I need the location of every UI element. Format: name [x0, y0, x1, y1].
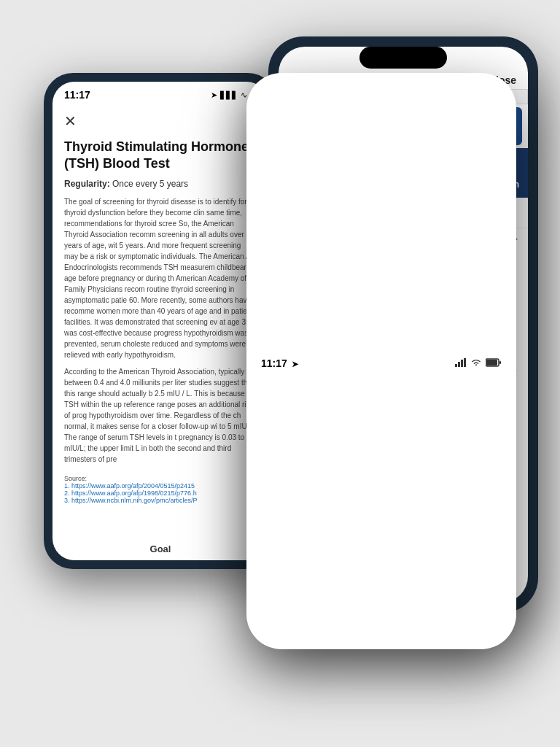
back-status-bar: 11:17 ➤ ▋▋▋ ∿ ▭ — [52, 82, 268, 104]
back-regularity: Regularity: Once every 5 years — [64, 179, 257, 189]
phone-front-screen: 11:17 ➤ — [279, 47, 528, 603]
back-body-paragraph-2: According to the American Thyroid Associ… — [64, 366, 257, 465]
back-sources: Source: 1. https://www.aafp.org/afp/2004… — [64, 475, 257, 504]
svg-rect-5 — [486, 360, 497, 365]
front-wifi-icon — [470, 358, 482, 369]
back-article-title: Thyroid Stimulating Hormone (TSH) Blood … — [64, 139, 257, 173]
back-signal-icon: ▋▋▋ — [220, 91, 238, 99]
back-goal-section: Goal — [52, 543, 268, 554]
back-body-paragraph-1: The goal of screening for thyroid diseas… — [64, 196, 257, 360]
back-close-button[interactable]: ✕ — [64, 112, 257, 130]
front-status-bar: 11:17 ➤ — [279, 73, 516, 603]
svg-rect-0 — [455, 364, 457, 367]
back-wifi-icon: ∿ — [241, 90, 247, 100]
phone-back-screen: 11:17 ➤ ▋▋▋ ∿ ▭ ✕ Thyroid Stimulating Ho… — [52, 82, 268, 560]
front-location-icon: ➤ — [292, 360, 298, 368]
front-time: 11:17 ➤ — [279, 357, 298, 369]
front-battery-icon — [486, 358, 502, 368]
phone-back: 11:17 ➤ ▋▋▋ ∿ ▭ ✕ Thyroid Stimulating Ho… — [44, 73, 277, 569]
dynamic-island — [359, 47, 447, 69]
svg-rect-2 — [461, 360, 463, 367]
back-source-1[interactable]: 1. https://www.aafp.org/afp/2004/0515/p2… — [64, 482, 257, 489]
phone-front: 11:17 ➤ — [268, 36, 538, 613]
front-signal-icon — [455, 358, 467, 368]
back-source-2[interactable]: 2. https://www.aafp.org/afp/1998/0215/p7… — [64, 489, 257, 497]
back-source-label: Source: — [64, 475, 257, 482]
front-status-icons — [455, 358, 502, 369]
svg-rect-1 — [458, 362, 460, 367]
back-source-3[interactable]: 3. https://www.ncbi.nlm.nih.gov/pmc/arti… — [64, 497, 257, 504]
svg-rect-3 — [464, 358, 466, 367]
back-location-icon: ➤ — [211, 90, 217, 100]
back-goal-label: Goal — [52, 543, 268, 554]
back-content: ✕ Thyroid Stimulating Hormone (TSH) Bloo… — [52, 104, 268, 560]
back-body-text: The goal of screening for thyroid diseas… — [64, 196, 257, 471]
back-time: 11:17 — [64, 89, 90, 101]
svg-rect-6 — [499, 361, 501, 364]
